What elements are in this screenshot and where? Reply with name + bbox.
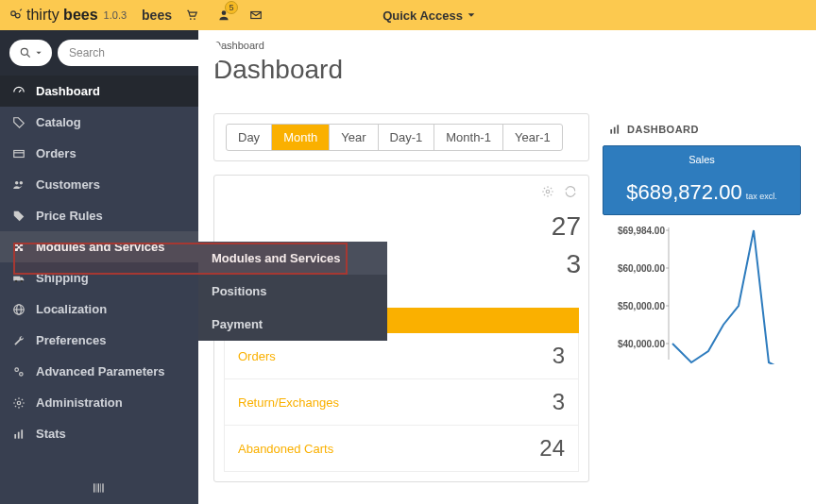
sidebar-item-label: Modules and Services [36,240,165,254]
ytick-0: $69,984.00 [618,226,665,236]
sidebar-item-label: Preferences [36,333,106,347]
svg-line-9 [19,90,21,92]
sales-title: Sales [604,146,800,173]
logo-text: thirty bees [26,7,98,24]
period-tabs: Day Month Year Day-1 Month-1 Year-1 [226,124,563,151]
logo[interactable]: thirty bees 1.0.3 [9,7,127,24]
users-icon [11,178,26,192]
shop-name[interactable]: bees [142,8,172,23]
svg-point-20 [15,367,18,371]
ytick-1: $60,000.00 [618,263,665,274]
svg-rect-33 [610,129,612,134]
breadcrumb: Dashboard [198,30,816,51]
caret-down-icon [467,10,476,20]
sidebar-item-preferences[interactable]: Preferences [0,325,198,356]
svg-rect-27 [96,483,97,492]
svg-rect-30 [102,483,103,492]
submenu-modules[interactable]: Modules and Services [198,242,387,275]
online-visitors-value: 27 [552,211,581,242]
gear-icon[interactable] [539,183,556,200]
sidebar-item-label: Orders [36,146,76,160]
svg-rect-24 [18,431,20,438]
sales-card[interactable]: Sales $689,872.00tax excl. [603,145,801,215]
user-icon[interactable]: 5 [212,8,236,22]
tab-day-1[interactable]: Day-1 [379,125,435,150]
sidebar-item-localization[interactable]: Localization [0,294,198,325]
svg-rect-26 [94,483,94,492]
sidebar-item-label: Administration [36,395,123,410]
svg-point-12 [15,180,18,184]
tab-year-1[interactable]: Year-1 [503,125,562,150]
sidebar-item-label: Dashboard [36,84,100,98]
search-row [0,30,198,76]
tab-year[interactable]: Year [330,125,378,150]
sidebar-item-customers[interactable]: Customers [0,169,198,200]
wrench-icon [11,334,26,347]
barcode-icon[interactable] [0,480,198,498]
credit-card-icon [11,147,26,160]
active-carts-value: 3 [566,249,581,279]
sidebar-item-label: Customers [36,177,100,192]
pending-abandoned-value: 24 [539,435,565,462]
pending-orders-link[interactable]: Orders [238,349,276,363]
notification-badge: 5 [225,1,238,14]
globe-icon [11,303,26,316]
tags-icon [11,116,26,129]
svg-point-0 [11,11,16,16]
quick-access-label: Quick Access [382,8,463,23]
gear-icon [11,396,26,410]
quick-access-menu[interactable]: Quick Access [382,8,476,23]
mail-icon[interactable] [244,8,268,22]
sales-amount: $689,872.00tax excl. [604,173,800,214]
tab-month-1[interactable]: Month-1 [434,125,503,150]
pending-returns-link[interactable]: Return/Exchanges [238,395,339,410]
sidebar-item-label: Advanced Parameters [36,364,165,378]
bar-chart-icon [608,123,621,136]
sidebar-item-dashboard[interactable]: Dashboard [0,76,198,107]
topbar: thirty bees 1.0.3 bees 5 Quick Access [0,0,816,30]
search-icon [19,46,32,59]
truck-icon [11,272,26,285]
chart-line [672,230,784,364]
tag-icon [11,210,26,223]
version-label: 1.0.3 [104,9,127,21]
svg-point-15 [15,279,17,281]
sidebar-item-modules[interactable]: Modules and Services [0,231,198,262]
sidebar-item-shipping[interactable]: Shipping [0,262,198,294]
puzzle-icon [11,241,26,254]
caret-down-icon [35,49,42,57]
dashboard-panel-label: DASHBOARD [627,124,699,135]
sidebar-item-price-rules[interactable]: Price Rules [0,200,198,231]
sales-chart: $69,984.00 $60,000.00 $50,000.00 $40,000… [603,215,801,376]
ytick-3: $40,000.00 [618,339,665,349]
search-input[interactable] [58,40,222,66]
svg-point-3 [190,18,192,20]
sidebar-item-label: Shipping [36,271,89,285]
svg-point-7 [21,48,27,55]
sidebar-item-advanced[interactable]: Advanced Parameters [0,356,198,387]
sidebar-item-orders[interactable]: Orders [0,138,198,169]
svg-point-22 [17,401,21,405]
sidebar-item-administration[interactable]: Administration [0,387,198,418]
search-trigger[interactable] [9,40,52,66]
pending-abandoned-link[interactable]: Abandoned Carts [238,442,333,456]
svg-point-31 [546,190,550,193]
page-title: Dashboard [198,51,816,113]
tab-day[interactable]: Day [227,125,272,150]
dashboard-panel-title: DASHBOARD [603,113,801,145]
sidebar-item-catalog[interactable]: Catalog [0,107,198,138]
pending-orders-value: 3 [552,343,565,369]
submenu-payment[interactable]: Payment [198,308,387,341]
svg-point-4 [194,18,196,20]
sidebar-item-stats[interactable]: Stats [0,418,198,449]
svg-line-8 [27,55,30,58]
cart-icon[interactable] [179,8,204,22]
submenu-positions[interactable]: Positions [198,275,387,308]
sidebar: Dashboard Catalog Orders Customers Price… [0,30,198,504]
pending-returns-value: 3 [552,389,565,415]
svg-rect-29 [100,483,101,492]
refresh-icon[interactable] [562,183,579,200]
svg-point-21 [20,372,23,376]
tab-month[interactable]: Month [272,125,330,150]
sidebar-item-label: Stats [36,427,66,441]
